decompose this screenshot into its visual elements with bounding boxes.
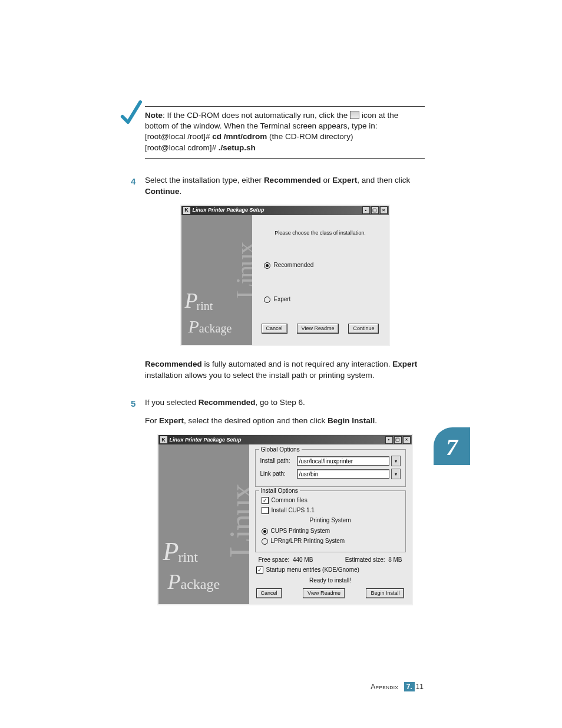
step4-text-g: . bbox=[180, 187, 182, 196]
titlebar: K Linux Printer Package Setup • ▢ × bbox=[158, 435, 412, 444]
window-title: Linux Printer Package Setup bbox=[193, 206, 361, 214]
rec-text-b: is fully automated and is not required a… bbox=[202, 360, 392, 368]
linux-watermark: Linux bbox=[219, 485, 249, 558]
checkbox-label: Common files bbox=[272, 496, 308, 505]
side-package: ackage bbox=[199, 322, 232, 335]
minimize-icon[interactable]: • bbox=[362, 206, 370, 214]
chapter-tab: 7 bbox=[434, 427, 470, 465]
disk-info-row: Free space: 440 MB Estimated size: 8 MB bbox=[259, 556, 402, 564]
radio-recommended[interactable]: Recommended bbox=[264, 261, 381, 269]
dialog-expert-options: K Linux Printer Package Setup • ▢ × Linu… bbox=[157, 434, 413, 605]
rule-top bbox=[145, 106, 425, 107]
note-text-1a: : If the CD-ROM does not automatically r… bbox=[163, 111, 350, 120]
checkbox-icon bbox=[262, 507, 269, 514]
step4-text-a: Select the installation type, either bbox=[145, 176, 264, 185]
install-hint: Please choose the class of installation. bbox=[260, 229, 381, 237]
s5-f: , select the desired option and then cli… bbox=[184, 416, 328, 425]
checkbox-startup-menu[interactable]: Startup menu entries (KDE/Gnome) bbox=[256, 566, 406, 574]
dropdown-icon[interactable]: ▾ bbox=[391, 469, 401, 479]
radio-label: CUPS Printing System bbox=[271, 527, 330, 535]
link-path-input[interactable] bbox=[297, 469, 389, 479]
radio-icon bbox=[262, 538, 268, 545]
note-cmd-2: ./setup.sh bbox=[219, 143, 256, 152]
exp-bold: Expert bbox=[392, 360, 417, 368]
checkbox-icon bbox=[262, 497, 269, 504]
step4-text-e: , and then click bbox=[357, 176, 410, 185]
s5-c: , go to Step 6. bbox=[256, 398, 305, 407]
step4-text-c: or bbox=[321, 176, 333, 185]
continue-button[interactable]: Continue bbox=[348, 324, 379, 334]
recommended-paragraph: Recommended is fully automated and is no… bbox=[145, 359, 425, 381]
view-readme-button[interactable]: View Readme bbox=[303, 588, 345, 598]
dialog-install-type: K Linux Printer Package Setup • ▢ × Linu… bbox=[180, 205, 390, 346]
ready-label: Ready to install! bbox=[255, 577, 406, 585]
group-install-options: Install Options Common files Install CUP… bbox=[255, 490, 406, 552]
maximize-icon[interactable]: ▢ bbox=[371, 206, 379, 214]
radio-icon bbox=[264, 262, 270, 269]
linux-watermark: Linux bbox=[227, 243, 252, 299]
est-size-value: 8 MB bbox=[388, 556, 402, 563]
checkbox-label: Install CUPS 1.1 bbox=[272, 506, 315, 515]
checkbox-label: Startup menu entries (KDE/Gnome) bbox=[266, 566, 359, 574]
k-menu-icon[interactable]: K bbox=[183, 206, 191, 215]
radio-expert[interactable]: Expert bbox=[264, 295, 381, 304]
cancel-button[interactable]: Cancel bbox=[262, 324, 287, 334]
step-4: 4 Select the installation type, either R… bbox=[145, 175, 425, 381]
terminal-icon bbox=[350, 111, 359, 119]
step-number: 4 bbox=[131, 175, 135, 187]
radio-label: LPRng/LPR Printing System bbox=[271, 537, 345, 545]
s5-e: Expert bbox=[159, 416, 184, 425]
page-major: 7. bbox=[404, 682, 415, 691]
k-menu-icon[interactable]: K bbox=[160, 436, 168, 444]
radio-expert-label: Expert bbox=[274, 295, 291, 304]
minimize-icon[interactable]: • bbox=[385, 436, 393, 444]
s5-h: . bbox=[375, 416, 377, 425]
checkbox-icon bbox=[256, 566, 263, 574]
free-space-label: Free space: bbox=[259, 556, 290, 563]
page-footer: Appendix 7.11 bbox=[371, 682, 424, 691]
appendix-label: Appendix bbox=[371, 683, 398, 691]
rule-bottom bbox=[145, 158, 425, 159]
radio-recommended-label: Recommended bbox=[274, 261, 314, 269]
page-minor: 11 bbox=[416, 683, 424, 691]
s5-a: If you selected bbox=[145, 398, 199, 407]
install-path-input[interactable] bbox=[297, 456, 389, 466]
note-prompt-1: [root@local /root]# bbox=[145, 132, 212, 141]
rec-bold: Recommended bbox=[145, 360, 202, 368]
window-title: Linux Printer Package Setup bbox=[170, 436, 384, 444]
radio-icon bbox=[264, 297, 270, 303]
begin-install-button[interactable]: Begin Install bbox=[366, 588, 404, 598]
radio-lpr-system[interactable]: LPRng/LPR Printing System bbox=[262, 537, 401, 545]
cancel-button[interactable]: Cancel bbox=[256, 588, 282, 598]
note-cmd-1: cd /mnt/cdrom bbox=[212, 132, 267, 141]
note-cmd-1-suffix: (the CD-ROM directory) bbox=[267, 132, 353, 141]
group-title: Install Options bbox=[259, 487, 300, 495]
titlebar: K Linux Printer Package Setup • ▢ × bbox=[181, 206, 389, 215]
checkmark-icon bbox=[120, 100, 143, 126]
close-icon[interactable]: × bbox=[380, 206, 388, 214]
s5-g: Begin Install bbox=[328, 416, 375, 425]
step4-bold-rec: Recommended bbox=[264, 176, 321, 185]
checkbox-common-files[interactable]: Common files bbox=[262, 496, 401, 505]
note-prompt-2: [root@local cdrom]# bbox=[145, 143, 219, 152]
maximize-icon[interactable]: ▢ bbox=[394, 436, 402, 444]
group-title: Global Options bbox=[259, 446, 302, 454]
radio-cups-system[interactable]: CUPS Printing System bbox=[262, 527, 401, 535]
rec-text-d: installation allows you to select the in… bbox=[145, 371, 374, 380]
step4-bold-cont: Continue bbox=[145, 187, 180, 196]
printing-system-heading: Printing System bbox=[260, 516, 401, 525]
dropdown-icon[interactable]: ▾ bbox=[391, 456, 401, 466]
side-package: ackage bbox=[181, 577, 220, 592]
radio-icon bbox=[262, 528, 268, 535]
checkbox-install-cups[interactable]: Install CUPS 1.1 bbox=[262, 506, 401, 515]
install-path-label: Install path: bbox=[260, 457, 297, 465]
side-print: rint bbox=[178, 548, 220, 568]
view-readme-button[interactable]: View Readme bbox=[297, 324, 339, 334]
link-path-label: Link path: bbox=[260, 470, 297, 478]
step-number: 5 bbox=[131, 397, 135, 410]
note-block: Note: If the CD-ROM does not automatical… bbox=[145, 110, 425, 153]
s5-d: For bbox=[145, 416, 159, 425]
close-icon[interactable]: × bbox=[403, 436, 411, 444]
sidebar-graphic: Linux P rint Package bbox=[181, 215, 252, 345]
step-5: 5 If you selected Recommended, go to Ste… bbox=[145, 397, 425, 605]
